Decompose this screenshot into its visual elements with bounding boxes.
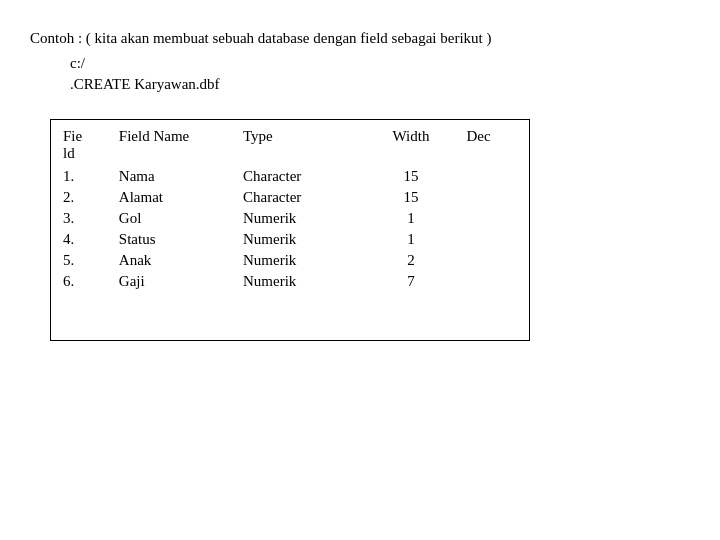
cell-dec	[454, 208, 529, 229]
table-row: 2. Alamat Character 15	[51, 187, 529, 208]
cell-type: Numerik	[231, 250, 368, 271]
cell-name: Alamat	[107, 187, 231, 208]
intro-text-1: Contoh : ( kita akan membuat sebuah data…	[30, 30, 492, 46]
cell-num: 6.	[51, 271, 107, 310]
cell-width: 7	[368, 271, 455, 310]
cell-type: Character	[231, 187, 368, 208]
database-table-container: Fie ld Field Name Type Width Dec 1. Nama…	[50, 119, 530, 341]
cell-type: Numerik	[231, 271, 368, 310]
cell-name: Gaji	[107, 271, 231, 310]
intro-line2: c:/	[70, 55, 690, 72]
cell-dec	[454, 271, 529, 310]
table-row: 1. Nama Character 15	[51, 166, 529, 187]
intro-line3: .CREATE Karyawan.dbf	[70, 76, 690, 93]
page: Contoh : ( kita akan membuat sebuah data…	[0, 0, 720, 365]
cell-width: 1	[368, 229, 455, 250]
cell-width: 15	[368, 187, 455, 208]
intro-text-2: c:/	[70, 55, 85, 71]
intro-text-3: .CREATE Karyawan.dbf	[70, 76, 220, 92]
database-table: Fie ld Field Name Type Width Dec 1. Nama…	[51, 120, 529, 340]
cell-num: 5.	[51, 250, 107, 271]
cell-type: Numerik	[231, 229, 368, 250]
header-dec: Dec	[454, 120, 529, 166]
cell-dec	[454, 250, 529, 271]
cell-type: Numerik	[231, 208, 368, 229]
cell-name: Anak	[107, 250, 231, 271]
cell-name: Status	[107, 229, 231, 250]
cell-num: 2.	[51, 187, 107, 208]
table-header-row: Fie ld Field Name Type Width Dec	[51, 120, 529, 166]
cell-dec	[454, 166, 529, 187]
cell-type: Character	[231, 166, 368, 187]
cell-name: Gol	[107, 208, 231, 229]
cell-name: Nama	[107, 166, 231, 187]
cell-width: 2	[368, 250, 455, 271]
table-empty-row	[51, 310, 529, 340]
cell-dec	[454, 229, 529, 250]
cell-width: 1	[368, 208, 455, 229]
header-type: Type	[231, 120, 368, 166]
cell-num: 4.	[51, 229, 107, 250]
header-field-abbr: Fie ld	[51, 120, 107, 166]
cell-width: 15	[368, 166, 455, 187]
header-field-name: Field Name	[107, 120, 231, 166]
cell-dec	[454, 187, 529, 208]
header-width: Width	[368, 120, 455, 166]
cell-num: 3.	[51, 208, 107, 229]
intro-line1: Contoh : ( kita akan membuat sebuah data…	[30, 30, 690, 47]
table-row: 4. Status Numerik 1	[51, 229, 529, 250]
table-row: 6. Gaji Numerik 7	[51, 271, 529, 310]
table-row: 5. Anak Numerik 2	[51, 250, 529, 271]
cell-num: 1.	[51, 166, 107, 187]
table-row: 3. Gol Numerik 1	[51, 208, 529, 229]
